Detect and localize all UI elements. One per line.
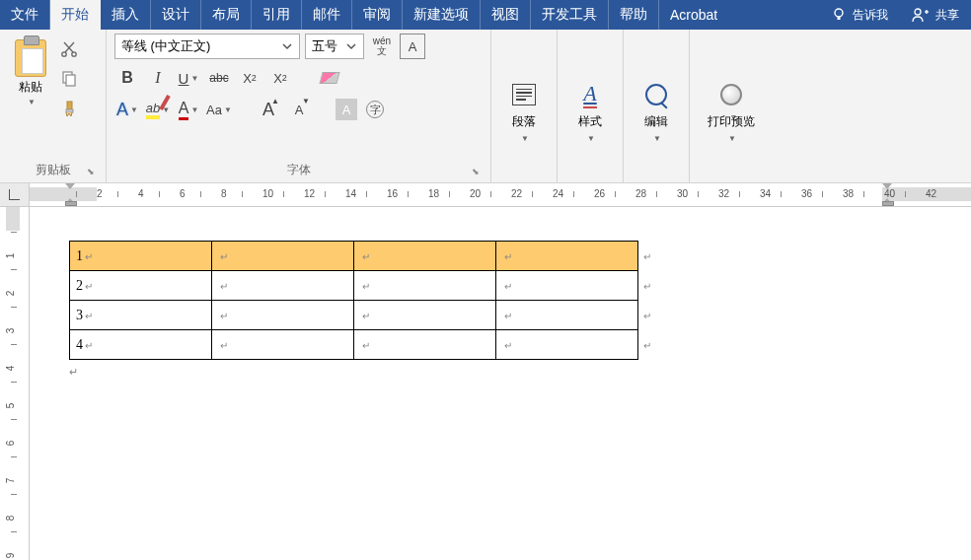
editing-button[interactable]: 编辑 ▼ bbox=[632, 34, 681, 180]
text-effects-button[interactable]: A▼ bbox=[114, 97, 140, 122]
table-cell[interactable]: 3↵ bbox=[70, 301, 212, 330]
right-indent-top[interactable] bbox=[882, 183, 892, 189]
svg-line-8 bbox=[64, 42, 73, 52]
grow-font-button[interactable]: A▲ bbox=[256, 97, 281, 122]
table-cell[interactable]: ↵ bbox=[212, 301, 354, 330]
phonetic-guide-button[interactable]: wén 文 bbox=[369, 34, 395, 59]
ribbon-tabs: 文件 开始 插入 设计 布局 引用 邮件 审阅 新建选项 视图 开发工具 帮助 … bbox=[0, 0, 971, 30]
tab-help[interactable]: 帮助 bbox=[609, 0, 659, 30]
tab-selector[interactable] bbox=[0, 183, 30, 206]
table-cell[interactable]: ↵ bbox=[354, 242, 496, 271]
paragraph-button[interactable]: 段落 ▼ bbox=[499, 34, 549, 180]
cut-button[interactable] bbox=[59, 39, 79, 59]
chevron-down-icon: ▼ bbox=[521, 134, 529, 143]
svg-point-0 bbox=[835, 9, 843, 17]
tab-review[interactable]: 审阅 bbox=[352, 0, 403, 30]
svg-point-2 bbox=[915, 9, 921, 15]
clipboard-icon bbox=[15, 39, 46, 77]
superscript-button[interactable]: X2 bbox=[267, 65, 293, 91]
chevron-down-icon bbox=[345, 40, 357, 52]
tell-me[interactable]: 告诉我 bbox=[819, 0, 900, 30]
table-cell[interactable]: ↵ bbox=[354, 301, 496, 330]
phonetic-label-bottom: 文 bbox=[373, 46, 391, 56]
char-shading-button[interactable]: A bbox=[336, 99, 357, 120]
styles-button[interactable]: A 样式 ▼ bbox=[565, 34, 615, 180]
paste-button[interactable]: 粘贴 ▼ bbox=[8, 34, 53, 106]
document-page[interactable]: 1↵↵↵↵↵2↵↵↵↵↵3↵↵↵↵↵4↵↵↵↵↵ ↵ bbox=[30, 207, 971, 560]
brush-icon bbox=[60, 100, 78, 117]
chevron-down-icon: ▼ bbox=[728, 134, 736, 143]
table-cell[interactable]: ↵ bbox=[212, 242, 354, 271]
table-cell[interactable]: 4↵ bbox=[70, 330, 212, 360]
table-cell[interactable]: ↵ bbox=[354, 271, 496, 301]
search-icon bbox=[645, 84, 667, 105]
table-cell[interactable]: ↵↵ bbox=[496, 271, 638, 301]
paragraph-mark: ↵ bbox=[69, 366, 78, 379]
tab-design[interactable]: 设计 bbox=[151, 0, 201, 30]
right-indent[interactable] bbox=[882, 198, 892, 206]
svg-rect-12 bbox=[66, 109, 73, 112]
clipboard-launcher[interactable]: ⬊ bbox=[84, 165, 98, 178]
enclose-char-button[interactable]: 字 bbox=[362, 97, 388, 122]
document-table[interactable]: 1↵↵↵↵↵2↵↵↵↵↵3↵↵↵↵↵4↵↵↵↵↵ bbox=[69, 241, 638, 360]
table-cell[interactable]: ↵ bbox=[212, 271, 354, 301]
table-cell[interactable]: 1↵ bbox=[70, 242, 212, 271]
subscript-button[interactable]: X2 bbox=[237, 65, 262, 91]
svg-rect-11 bbox=[67, 102, 72, 109]
paragraph-label: 段落 bbox=[512, 113, 536, 130]
vertical-ruler[interactable]: 123456789 bbox=[0, 207, 30, 560]
copy-button[interactable] bbox=[59, 69, 79, 89]
tab-newoption[interactable]: 新建选项 bbox=[403, 0, 481, 30]
chevron-down-icon: ▼ bbox=[587, 134, 595, 143]
chevron-down-icon: ▼ bbox=[28, 98, 36, 106]
table-row[interactable]: 3↵↵↵↵↵ bbox=[70, 301, 638, 330]
table-cell[interactable]: ↵↵ bbox=[496, 242, 638, 271]
table-row[interactable]: 2↵↵↵↵↵ bbox=[70, 271, 638, 301]
font-launcher[interactable]: ⬊ bbox=[469, 165, 483, 178]
horizontal-ruler-area: 24681012141618202224262830323436384042 bbox=[0, 183, 971, 207]
italic-button[interactable]: I bbox=[145, 65, 171, 91]
hanging-indent[interactable] bbox=[65, 198, 75, 206]
chevron-down-icon bbox=[281, 40, 293, 52]
shrink-font-button[interactable]: A▼ bbox=[286, 97, 312, 122]
paste-label: 粘贴 bbox=[19, 79, 42, 96]
table-row[interactable]: 4↵↵↵↵↵ bbox=[70, 330, 638, 360]
char-border-button[interactable]: A bbox=[400, 34, 425, 59]
horizontal-ruler[interactable]: 24681012141618202224262830323436384042 bbox=[30, 183, 971, 206]
tab-home[interactable]: 开始 bbox=[50, 0, 101, 30]
share-button[interactable]: 共享 bbox=[900, 0, 971, 30]
tab-layout[interactable]: 布局 bbox=[201, 0, 252, 30]
print-preview-button[interactable]: 打印预览 ▼ bbox=[698, 34, 765, 180]
table-row[interactable]: 1↵↵↵↵↵ bbox=[70, 242, 638, 271]
tab-developer[interactable]: 开发工具 bbox=[531, 0, 609, 30]
font-size-value: 五号 bbox=[312, 37, 337, 55]
tab-mailings[interactable]: 邮件 bbox=[302, 0, 352, 30]
document-workspace: 123456789 1↵↵↵↵↵2↵↵↵↵↵3↵↵↵↵↵4↵↵↵↵↵ ↵ bbox=[0, 207, 971, 560]
font-name-value: 等线 (中文正文) bbox=[121, 37, 210, 55]
format-painter-button[interactable] bbox=[59, 99, 79, 118]
tab-insert[interactable]: 插入 bbox=[101, 0, 151, 30]
font-name-select[interactable]: 等线 (中文正文) bbox=[114, 34, 300, 59]
eraser-icon bbox=[319, 72, 339, 84]
bold-button[interactable]: B bbox=[114, 65, 140, 91]
change-case-button[interactable]: Aa▼ bbox=[206, 97, 232, 122]
tab-view[interactable]: 视图 bbox=[481, 0, 531, 30]
table-cell[interactable]: ↵ bbox=[354, 330, 496, 360]
table-cell[interactable]: ↵↵ bbox=[496, 301, 638, 330]
table-cell[interactable]: ↵↵ bbox=[496, 330, 638, 360]
tab-file[interactable]: 文件 bbox=[0, 0, 50, 30]
first-line-indent[interactable] bbox=[65, 183, 75, 189]
font-color-button[interactable]: A▼ bbox=[176, 97, 201, 122]
print-preview-group: 打印预览 ▼ bbox=[690, 30, 773, 182]
strikethrough-button[interactable]: abc bbox=[206, 65, 232, 91]
font-size-select[interactable]: 五号 bbox=[305, 34, 364, 59]
table-cell[interactable]: ↵ bbox=[212, 330, 354, 360]
tell-me-label: 告诉我 bbox=[853, 7, 888, 24]
underline-button[interactable]: U▼ bbox=[176, 65, 201, 91]
scissors-icon bbox=[60, 40, 78, 58]
tab-acrobat[interactable]: Acrobat bbox=[659, 0, 728, 30]
highlight-button[interactable]: ab▼ bbox=[145, 97, 171, 122]
clear-formatting-button[interactable] bbox=[317, 65, 342, 91]
tab-references[interactable]: 引用 bbox=[252, 0, 302, 30]
table-cell[interactable]: 2↵ bbox=[70, 271, 212, 301]
